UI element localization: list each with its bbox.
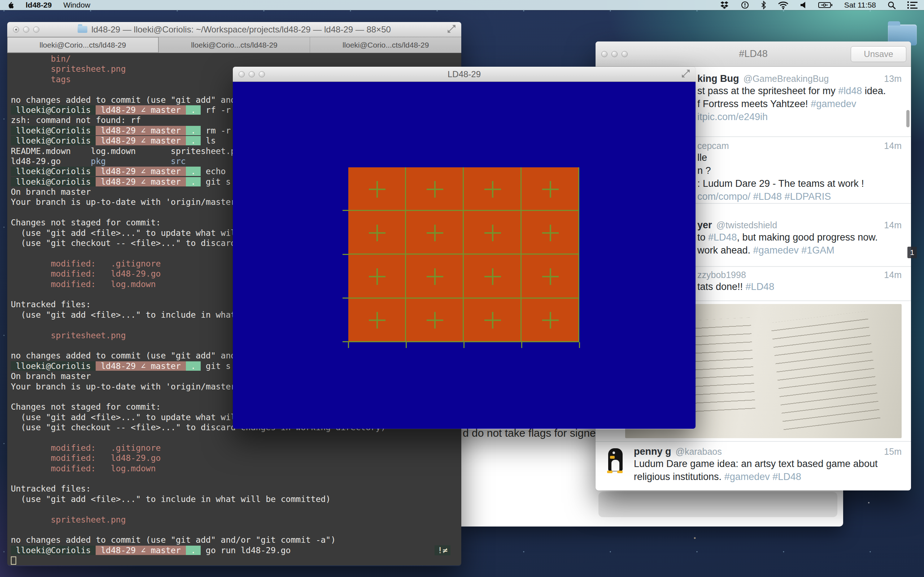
zoom-button[interactable] — [259, 71, 265, 77]
terminal-tab[interactable]: lloeki@Corio...cts/ld48-29 — [159, 37, 310, 53]
desktop: d do not take flags for signe #LD48 Unsa… — [0, 0, 924, 577]
tweet-text-line: com/compo/ #LD48 #LDPARIS — [697, 190, 901, 203]
terminal-window-controls — [13, 26, 39, 32]
webpage-gray-box — [598, 492, 837, 517]
close-button[interactable] — [13, 26, 19, 32]
notification-center-icon[interactable] — [908, 2, 918, 9]
menu-item-window[interactable]: Window — [63, 1, 90, 10]
twitter-titlebar: #LD48 Unsave — [596, 42, 911, 67]
menu-bar: ld48-29 Window Sat 11:58 — [0, 0, 924, 10]
game-canvas — [233, 82, 696, 429]
tweet-timestamp: 13m — [884, 74, 901, 84]
tweet-text-line: tats done!! #LD48 — [697, 280, 901, 293]
tweet[interactable]: penny g@karabaos15mLudum Dare game idea:… — [596, 442, 911, 490]
tweet-text-line: to #LD48, but making good progress now. — [697, 231, 901, 244]
close-button[interactable] — [239, 71, 245, 77]
tweet-text-line: st pass at the spritesheet for my #ld48 … — [697, 84, 901, 97]
fullscreen-icon[interactable] — [447, 24, 456, 35]
apple-menu-icon[interactable] — [7, 1, 14, 10]
tweet-author-name: king Bug — [697, 73, 739, 84]
tweet-timestamp: 14m — [884, 220, 901, 230]
tweet-text-line: n ? — [697, 164, 901, 177]
minimize-button[interactable] — [611, 51, 617, 57]
tweet-timestamp: 14m — [884, 141, 901, 151]
game-titlebar: LD48-29 — [233, 67, 696, 82]
wifi-icon[interactable] — [778, 1, 789, 10]
fullscreen-icon[interactable] — [681, 69, 690, 80]
minimize-button[interactable] — [249, 71, 255, 77]
notification-badge: 1 — [908, 247, 917, 258]
twitter-window-controls — [601, 51, 628, 57]
proxy-folder-icon — [78, 26, 87, 33]
tweet-text-line: lle — [697, 151, 901, 164]
tweet-author-handle: cepcam — [697, 141, 729, 151]
volume-icon[interactable] — [800, 2, 807, 9]
zoom-button[interactable] — [622, 51, 628, 57]
game-window: LD48-29 — [233, 67, 696, 429]
zoom-button[interactable] — [33, 26, 39, 32]
tweet-text-line: : Ludum Dare 29 - The teams at work ! — [697, 177, 901, 190]
tweet-author-handle: zzybob1998 — [697, 270, 746, 280]
terminal-tab-bar: lloeki@Corio...cts/ld48-29lloeki@Corio..… — [7, 37, 461, 53]
bluetooth-icon[interactable] — [761, 1, 766, 10]
scrollbar-thumb[interactable] — [906, 110, 909, 127]
spritesheet-grid — [348, 167, 579, 342]
tweet-text-line: Ludum Dare game idea: an artsy text base… — [634, 457, 901, 470]
tweet-author-handle: @karabaos — [676, 446, 722, 457]
dropbox-icon[interactable] — [720, 1, 729, 10]
terminal-window-title: ld48-29 — lloeki@Coriolis: ~/Workspace/p… — [91, 24, 391, 35]
tweet-text-line: religious institutions. #gamedev #LD48 — [634, 470, 901, 483]
terminal-tab[interactable]: lloeki@Corio...cts/ld48-29 — [310, 37, 461, 53]
minimize-button[interactable] — [23, 26, 29, 32]
prompt-status-badge: !≠ — [435, 545, 451, 555]
spotlight-icon[interactable] — [888, 1, 896, 10]
time-machine-icon[interactable] — [741, 1, 749, 10]
tweet-author-handle: @twistedshield — [716, 220, 777, 230]
close-button[interactable] — [601, 51, 607, 57]
battery-charging-icon[interactable] — [818, 1, 833, 9]
tweet-text-line: itpic.com/e249ih — [697, 110, 901, 123]
tweet-timestamp: 15m — [884, 446, 901, 457]
tweet-author-name: penny g — [634, 446, 671, 457]
menu-bar-clock[interactable]: Sat 11:58 — [844, 1, 876, 10]
unsave-button[interactable]: Unsave — [851, 46, 906, 62]
active-app-menu[interactable]: ld48-29 — [26, 1, 52, 10]
tweet-text-line: work ahead. #gamedev #1GAM — [697, 244, 901, 257]
tweet-timestamp: 14m — [884, 270, 901, 280]
twitter-window-title: #LD48 — [739, 48, 768, 60]
terminal-tab[interactable]: lloeki@Corio...cts/ld48-29 — [7, 37, 159, 53]
tweet-avatar-penguin-icon — [602, 447, 629, 474]
tweet-text-line: f Fortress meets Yahtzee! #gamedev — [697, 97, 901, 110]
terminal-cursor — [11, 556, 16, 565]
tweet-author-name: yer — [697, 220, 712, 231]
game-window-title: LD48-29 — [447, 69, 481, 79]
tweet-author-handle: @GameBreakingBug — [743, 74, 829, 84]
terminal-titlebar: ld48-29 — lloeki@Coriolis: ~/Workspace/p… — [7, 22, 461, 37]
game-window-controls — [239, 71, 265, 77]
